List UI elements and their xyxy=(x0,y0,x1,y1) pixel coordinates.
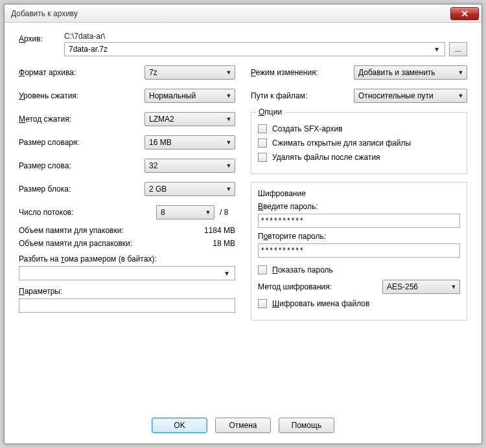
close-icon xyxy=(461,10,468,17)
word-label: Размер слова: xyxy=(19,161,145,170)
chevron-down-icon: ▼ xyxy=(224,162,233,169)
archive-row: Архив: C:\7data-ar\ 7data-ar.7z ▾ ... xyxy=(19,32,467,56)
enc-method-label: Метод шифрования: xyxy=(258,282,382,291)
dialog-body: Архив: C:\7data-ar\ 7data-ar.7z ▾ ... xyxy=(5,23,481,410)
password1-input[interactable] xyxy=(258,214,460,228)
delete-after-label: Удалять файлы после сжатия xyxy=(272,153,380,162)
encrypt-names-checkbox[interactable] xyxy=(258,299,267,308)
dictionary-label: Размер словаря: xyxy=(19,138,145,147)
dialog-window: Добавить к архиву Архив: C:\7data-ar\ 7d… xyxy=(4,4,482,444)
mem-pack-label: Объем памяти для упаковки: xyxy=(19,226,196,235)
block-select[interactable]: 2 GB▼ xyxy=(145,182,235,196)
path-mode-label: Пути к файлам: xyxy=(251,91,354,100)
chevron-down-icon: ▾ xyxy=(432,45,442,54)
sfx-label: Создать SFX-архив xyxy=(272,124,343,133)
encrypt-names-label: Шифровать имена файлов xyxy=(272,299,369,308)
level-select[interactable]: Нормальный▼ xyxy=(145,89,235,103)
encryption-legend: Шифрование xyxy=(258,189,460,198)
mem-unpack-value: 18 MB xyxy=(196,239,235,248)
show-password-label: Показать пароль xyxy=(272,265,333,274)
help-button[interactable]: Помощь xyxy=(279,418,334,433)
level-label: Уровень сжатия: xyxy=(19,91,145,100)
archive-path: C:\7data-ar\ xyxy=(64,32,467,41)
password2-input[interactable] xyxy=(258,243,460,258)
threads-label: Число потоков: xyxy=(19,208,151,217)
split-label: Разбить на тома размером (в байтах): xyxy=(19,254,235,263)
word-select[interactable]: 32▼ xyxy=(145,159,235,173)
chevron-down-icon: ▼ xyxy=(449,284,458,290)
openfiles-label: Сжимать открытые для записи файлы xyxy=(272,139,411,148)
browse-button[interactable]: ... xyxy=(449,42,467,56)
chevron-down-icon: ▼ xyxy=(224,93,233,99)
format-select[interactable]: 7z▼ xyxy=(145,65,235,80)
chevron-down-icon: ▼ xyxy=(224,186,233,192)
chevron-down-icon: ▼ xyxy=(224,116,233,122)
ok-button[interactable]: OK xyxy=(152,418,207,433)
left-column: Формат архива: 7z▼ Уровень сжатия: Норма… xyxy=(19,65,235,320)
update-mode-select[interactable]: Добавить и заменить▼ xyxy=(354,65,467,80)
params-input[interactable] xyxy=(19,298,235,313)
password2-label: Повторите пароль: xyxy=(258,232,460,241)
options-group: Опции Создать SFX-архив Сжимать открытые… xyxy=(251,112,467,174)
window-title: Добавить к архиву xyxy=(11,9,450,18)
dictionary-select[interactable]: 16 MB▼ xyxy=(145,135,235,150)
chevron-down-icon: ▾ xyxy=(222,269,232,278)
update-mode-label: Режим изменения: xyxy=(251,68,354,77)
chevron-down-icon: ▼ xyxy=(456,93,465,99)
archive-label: Архив: xyxy=(19,32,58,43)
delete-after-checkbox[interactable] xyxy=(258,153,267,162)
options-legend: Опции xyxy=(256,107,284,117)
threads-max: / 8 xyxy=(220,208,235,217)
mem-pack-value: 1184 MB xyxy=(196,226,235,235)
params-label: Параметры: xyxy=(19,287,235,296)
block-label: Размер блока: xyxy=(19,185,145,194)
method-select[interactable]: LZMA2▼ xyxy=(145,112,235,126)
right-column: Режим изменения: Добавить и заменить▼ Пу… xyxy=(251,65,467,320)
split-combo[interactable]: ▾ xyxy=(19,266,235,280)
titlebar: Добавить к архиву xyxy=(5,5,481,23)
sfx-checkbox[interactable] xyxy=(258,124,267,133)
cancel-button[interactable]: Отмена xyxy=(215,418,271,433)
enc-method-select[interactable]: AES-256▼ xyxy=(382,280,460,294)
threads-select[interactable]: 8▼ xyxy=(156,205,214,219)
show-password-checkbox[interactable] xyxy=(258,265,267,274)
mem-unpack-label: Объем памяти для распаковки: xyxy=(19,239,196,248)
footer: OK Отмена Помощь xyxy=(5,410,481,443)
archive-filename-combo[interactable]: 7data-ar.7z ▾ xyxy=(64,42,445,56)
format-label: Формат архива: xyxy=(19,68,145,77)
openfiles-checkbox[interactable] xyxy=(258,139,267,148)
encryption-group: Шифрование Введите пароль: Повторите пар… xyxy=(251,182,467,320)
chevron-down-icon: ▼ xyxy=(224,69,233,76)
path-mode-select[interactable]: Относительные пути▼ xyxy=(354,89,467,103)
password1-label: Введите пароль: xyxy=(258,202,460,211)
chevron-down-icon: ▼ xyxy=(456,69,465,76)
chevron-down-icon: ▼ xyxy=(224,139,233,146)
close-button[interactable] xyxy=(450,7,479,20)
chevron-down-icon: ▼ xyxy=(203,209,213,216)
method-label: Метод сжатия: xyxy=(19,115,145,124)
